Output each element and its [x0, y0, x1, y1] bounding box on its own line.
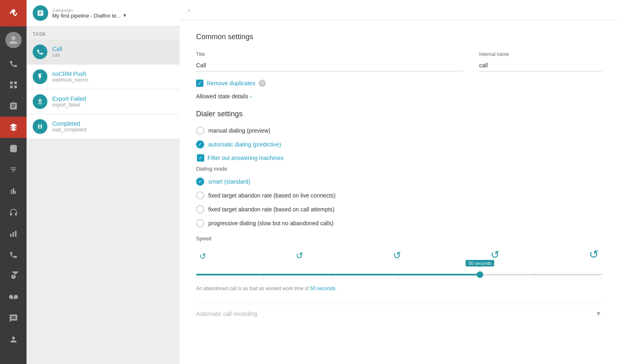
speed-icons-row: ↺ ↺ ↺ ↺ ↺	[196, 248, 602, 261]
speed-slider-container: 50 seconds	[196, 263, 602, 282]
main-header: ›	[180, 0, 618, 20]
task-item-nocrm[interactable]: noCRM Push webhook_nocrm	[27, 64, 180, 89]
svg-rect-4	[12, 232, 14, 237]
radio-fixed-live[interactable]: fixed target abandon rate (based on live…	[196, 191, 602, 200]
dialer-settings-title: Dialer settings	[196, 110, 602, 118]
task-icon-call	[33, 44, 47, 59]
nav-layers[interactable]	[0, 117, 27, 138]
speed-icon-1: ↺	[199, 251, 206, 261]
dialing-mode-label: Dialing mode	[196, 166, 602, 172]
speed-note: An abandoned call is as bad as wasted wo…	[196, 286, 602, 291]
nav-voicemail[interactable]	[0, 286, 27, 308]
campaign-info: Campaign My first pipeline - Dialfire te…	[52, 8, 174, 19]
radio-smart[interactable]: smart (standard)	[196, 178, 602, 186]
campaign-label: Campaign	[52, 8, 174, 13]
title-row: Title Internal name	[196, 51, 602, 71]
auto-recording-dropdown-arrow[interactable]: ▼	[595, 310, 602, 317]
radio-fixed-live-circle	[196, 191, 204, 200]
internal-name-input[interactable]	[479, 60, 602, 71]
filter-machines-row: ✓ Filter out answering machines	[197, 154, 602, 162]
expand-chevron[interactable]: ›	[188, 7, 190, 14]
remove-duplicates-checkbox[interactable]: ✓	[196, 80, 203, 87]
app-logo[interactable]	[0, 0, 27, 27]
nav-bar-chart[interactable]	[0, 180, 27, 202]
radio-automatic[interactable]: automatic dialing (predictive)	[196, 140, 602, 149]
task-info-nocrm: noCRM Push webhook_nocrm	[52, 71, 88, 83]
allowed-state-link[interactable]: Allowed state details ›	[196, 93, 602, 100]
radio-smart-circle	[196, 178, 204, 186]
help-icon[interactable]: ?	[259, 80, 266, 87]
campaign-dropdown-arrow[interactable]: ▼	[123, 13, 127, 18]
svg-rect-5	[15, 231, 16, 237]
task-info-export: Export Failed export_failed	[52, 95, 86, 108]
nav-stack[interactable]	[0, 159, 27, 180]
nav-feedback[interactable]	[0, 308, 27, 329]
internal-name-group: Internal name	[479, 51, 602, 71]
task-item-completed[interactable]: Completed wait_completed	[27, 114, 180, 139]
svg-point-1	[11, 9, 16, 13]
campaign-icon	[33, 5, 48, 21]
radio-automatic-circle	[196, 140, 204, 149]
radio-fixed-live-label: fixed target abandon rate (based on live…	[208, 192, 335, 199]
auto-recording-section: Automatic call recording ▼	[196, 304, 602, 317]
nav-timer[interactable]	[0, 265, 27, 286]
nav-headphones[interactable]	[0, 202, 27, 223]
radio-manual-label: manual dialing (preview)	[208, 127, 270, 134]
task-info-completed: Completed wait_completed	[52, 120, 86, 133]
allowed-state-arrow: ›	[250, 93, 252, 100]
user-avatar[interactable]	[0, 27, 27, 53]
internal-name-label: Internal name	[479, 51, 602, 57]
sidebar: Campaign My first pipeline - Dialfire te…	[27, 0, 180, 364]
task-name-completed: Completed	[52, 120, 86, 127]
nav-phone2[interactable]	[0, 244, 27, 265]
radio-automatic-label: automatic dialing (predictive)	[208, 141, 281, 148]
title-label: Title	[196, 51, 463, 57]
task-name-nocrm: noCRM Push	[52, 71, 88, 77]
task-section-title: Task	[27, 27, 180, 40]
task-subname-export: export_failed	[52, 102, 86, 108]
slider-thumb[interactable]	[477, 271, 483, 278]
task-info-call: Call call	[52, 46, 62, 58]
nav-person[interactable]	[0, 329, 27, 350]
radio-fixed-attempts-label: fixed target abandon rate (based on call…	[208, 206, 335, 213]
common-settings-title: Common settings	[196, 33, 602, 41]
radio-fixed-attempts-circle	[196, 205, 204, 213]
title-input[interactable]	[196, 60, 463, 71]
campaign-header[interactable]: Campaign My first pipeline - Dialfire te…	[27, 0, 180, 27]
radio-fixed-attempts[interactable]: fixed target abandon rate (based on call…	[196, 205, 602, 213]
task-icon-completed	[33, 119, 47, 134]
radio-progressive[interactable]: progressive dialing (slow but no abandon…	[196, 219, 602, 227]
radio-progressive-circle	[196, 219, 204, 227]
title-group: Title	[196, 51, 463, 71]
radio-manual-circle	[196, 127, 204, 135]
radio-progressive-label: progressive dialing (slow but no abandon…	[208, 220, 334, 226]
nav-analytics[interactable]	[0, 223, 27, 244]
slider-ticks	[196, 275, 602, 281]
nav-database[interactable]	[0, 138, 27, 159]
task-name-export: Export Failed	[52, 95, 86, 102]
speed-icon-3: ↺	[393, 250, 401, 261]
slider-fill	[196, 274, 480, 275]
nav-clipboard[interactable]	[0, 95, 27, 117]
speed-section: Speed ↺ ↺ ↺ ↺ ↺ 50 seconds	[196, 235, 602, 291]
speed-icon-4: ↺	[491, 249, 500, 261]
filter-machines-checkbox[interactable]: ✓	[197, 154, 204, 162]
task-subname-nocrm: webhook_nocrm	[52, 77, 88, 83]
task-subname-completed: wait_completed	[52, 127, 86, 133]
task-item-call[interactable]: Call call	[27, 40, 180, 64]
svg-rect-3	[10, 234, 11, 237]
nav-phone[interactable]	[0, 53, 27, 74]
settings-body: Common settings Title Internal name ✓ Re…	[180, 20, 618, 330]
auto-recording-row: Automatic call recording ▼	[196, 310, 602, 317]
auto-recording-label: Automatic call recording	[196, 311, 257, 317]
radio-manual[interactable]: manual dialing (preview)	[196, 127, 602, 135]
allowed-state-text: Allowed state details	[196, 93, 248, 100]
main-content: › Common settings Title Internal name ✓ …	[180, 0, 618, 364]
left-navigation	[0, 0, 27, 364]
remove-duplicates-label[interactable]: Remove duplicates	[207, 80, 255, 87]
task-item-export[interactable]: Export Failed export_failed	[27, 89, 180, 114]
nav-grid[interactable]	[0, 74, 27, 95]
slider-tooltip: 50 seconds	[466, 260, 494, 266]
task-icon-export	[33, 94, 47, 109]
filter-machines-label[interactable]: Filter out answering machines	[207, 155, 283, 161]
